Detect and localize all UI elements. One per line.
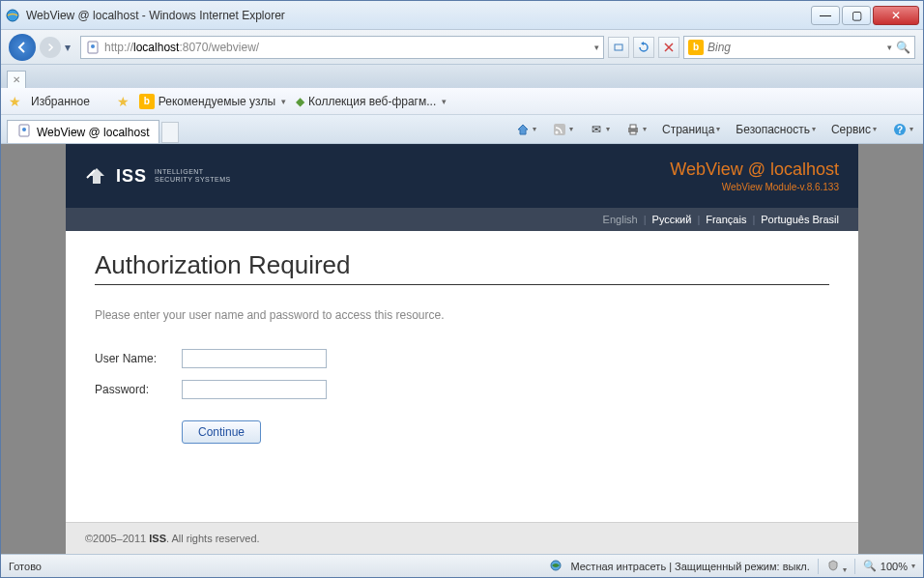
lang-french[interactable]: Français: [706, 214, 746, 225]
mail-button[interactable]: ✉▾: [585, 120, 614, 139]
new-tab-button[interactable]: [161, 122, 179, 143]
webpage: ISS INTELLIGENT SECURITY SYSTEMS WebView…: [66, 144, 858, 554]
lang-russian[interactable]: Русский: [652, 214, 692, 225]
compat-view-button[interactable]: [608, 37, 629, 58]
home-icon: [515, 122, 531, 137]
forward-button[interactable]: [40, 37, 61, 58]
stop-button[interactable]: [658, 37, 679, 58]
search-dropdown-icon[interactable]: ▾: [887, 43, 892, 52]
tab-title: WebView @ localhost: [37, 126, 149, 139]
close-button[interactable]: ✕: [873, 6, 919, 25]
rss-icon: [552, 122, 567, 137]
safety-menu[interactable]: Безопасность▾: [732, 121, 820, 138]
svg-rect-10: [630, 131, 636, 134]
print-button[interactable]: ▾: [621, 120, 650, 139]
suggested-sites-button[interactable]: b Рекомендуемые узлы: [139, 94, 286, 109]
webview-title: WebView @ localhost: [670, 159, 839, 180]
logo-sub-2: SECURITY SYSTEMS: [155, 176, 231, 184]
tab-close-strip: ✕: [1, 65, 923, 88]
zoom-value: 100%: [881, 561, 908, 572]
status-zone: Местная интрасеть | Защищенный режим: вы…: [570, 561, 809, 572]
language-bar: English | Русский | Français | Português…: [66, 208, 858, 231]
bing-icon: b: [688, 40, 704, 55]
webview-version: WebView Module-v.8.6.133: [670, 182, 839, 192]
lang-sep: |: [697, 214, 700, 225]
page-heading: Authorization Required: [95, 250, 829, 285]
favorites-star-icon[interactable]: ★: [9, 94, 21, 109]
tab-favicon: [17, 124, 31, 140]
zoom-icon: 🔍: [863, 560, 877, 572]
svg-text:?: ?: [897, 125, 903, 135]
password-input[interactable]: [182, 380, 327, 399]
add-favorite-button[interactable]: ★: [117, 94, 130, 109]
feeds-button[interactable]: ▾: [548, 120, 577, 139]
password-label: Password:: [95, 383, 182, 396]
webslice-icon: ◆: [296, 95, 304, 108]
lang-portuguese[interactable]: Português Brasil: [761, 214, 839, 225]
page-footer: ©2005–2011 ISS. All rights reserved.: [66, 522, 858, 554]
search-input[interactable]: [707, 41, 883, 54]
lang-sep: |: [752, 214, 755, 225]
search-go-icon[interactable]: 🔍: [896, 41, 910, 54]
address-dropdown-icon[interactable]: ▾: [594, 43, 599, 52]
navbar: ▾ http://localhost:8070/webview/ ▾ b ▾ 🔍: [1, 30, 923, 65]
browser-window: WebView @ localhost - Windows Internet E…: [0, 0, 924, 578]
command-bar: ▾ ▾ ✉▾ ▾ Страница▾ Безопасность▾ Сервис▾…: [511, 120, 917, 139]
active-tab[interactable]: WebView @ localhost: [7, 120, 159, 143]
logo-text: ISS: [116, 166, 147, 187]
svg-point-5: [22, 128, 26, 131]
page-icon: [85, 40, 101, 55]
favorites-label[interactable]: Избранное: [31, 95, 90, 108]
username-label: User Name:: [95, 352, 182, 365]
zoom-control[interactable]: 🔍 100% ▾: [863, 560, 915, 572]
lang-sep: |: [644, 214, 647, 225]
viewport: ISS INTELLIGENT SECURITY SYSTEMS WebView…: [1, 144, 923, 554]
logo-mark-icon: [85, 164, 108, 188]
search-box[interactable]: b ▾ 🔍: [683, 36, 915, 59]
tools-menu[interactable]: Сервис▾: [827, 121, 881, 138]
logo-sub-1: INTELLIGENT: [155, 168, 231, 176]
username-input[interactable]: [182, 349, 327, 368]
tabstrip-close-button[interactable]: ✕: [7, 71, 26, 88]
status-sep: [854, 559, 855, 574]
window-title: WebView @ localhost - Windows Internet E…: [26, 9, 811, 22]
back-button[interactable]: [9, 34, 36, 61]
refresh-button[interactable]: [633, 37, 654, 58]
protected-mode-icon[interactable]: ▾: [826, 559, 847, 574]
svg-point-2: [91, 44, 95, 48]
titlebar: WebView @ localhost - Windows Internet E…: [1, 1, 923, 30]
svg-point-7: [555, 130, 558, 133]
url-text: http://localhost:8070/webview/: [104, 41, 591, 54]
help-button[interactable]: ? ▾: [888, 120, 917, 139]
address-bar[interactable]: http://localhost:8070/webview/ ▾: [80, 36, 604, 59]
svg-rect-3: [615, 44, 622, 50]
page-content: Authorization Required Please enter your…: [66, 231, 858, 522]
page-menu[interactable]: Страница▾: [658, 121, 724, 138]
instruction-text: Please enter your user name and password…: [95, 308, 829, 322]
continue-button[interactable]: Continue: [182, 420, 261, 444]
bing-icon-small: b: [139, 94, 155, 109]
nav-history-dropdown[interactable]: ▾: [65, 41, 76, 54]
page-header: ISS INTELLIGENT SECURITY SYSTEMS WebView…: [66, 144, 858, 208]
home-button[interactable]: ▾: [511, 120, 540, 139]
iss-logo: ISS INTELLIGENT SECURITY SYSTEMS: [85, 164, 231, 188]
zone-icon: [549, 559, 563, 574]
ie-icon: [5, 8, 20, 23]
print-icon: [625, 122, 641, 137]
status-ready: Готово: [9, 561, 42, 572]
favorites-bar: ★ Избранное ★ b Рекомендуемые узлы ◆ Кол…: [1, 88, 923, 115]
web-slices-button[interactable]: ◆ Коллекция веб-фрагм...: [296, 95, 447, 108]
tab-command-row: WebView @ localhost ▾ ▾ ✉▾ ▾ Ст: [1, 115, 923, 144]
status-sep: [818, 559, 819, 574]
minimize-button[interactable]: —: [811, 6, 840, 25]
svg-rect-9: [630, 125, 636, 129]
status-bar: Готово Местная интрасеть | Защищенный ре…: [1, 554, 923, 577]
mail-icon: ✉: [589, 122, 604, 137]
lang-english[interactable]: English: [603, 214, 638, 225]
maximize-button[interactable]: ▢: [842, 6, 871, 25]
help-icon: ?: [892, 122, 908, 137]
